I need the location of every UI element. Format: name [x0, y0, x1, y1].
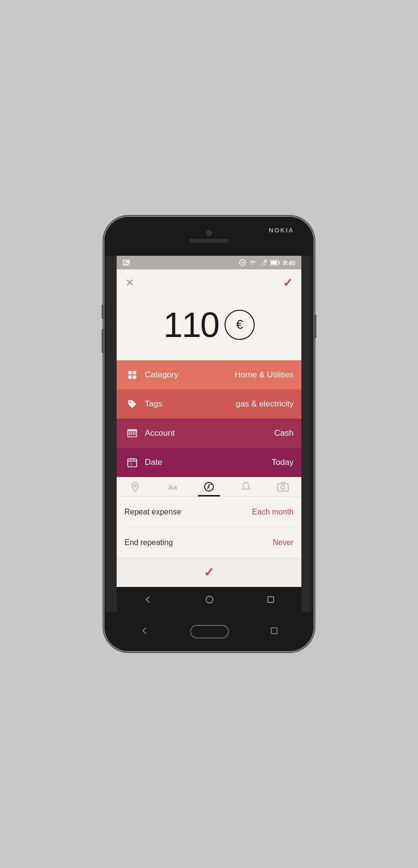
status-left	[122, 259, 130, 266]
svg-rect-23	[128, 430, 137, 431]
svg-rect-36	[271, 628, 277, 634]
tabs-section: Aa	[117, 477, 301, 497]
repeat-expense-row[interactable]: Repeat expense Each month	[124, 497, 294, 528]
svg-rect-15	[128, 375, 132, 379]
note-icon: Aa	[167, 481, 177, 492]
svg-rect-14	[133, 371, 136, 374]
account-label: Account	[145, 428, 274, 438]
svg-rect-22	[135, 431, 136, 435]
phone-top-hardware: NOKIA	[104, 217, 314, 256]
svg-rect-19	[129, 431, 130, 435]
currency-symbol: €	[236, 317, 243, 332]
back-button[interactable]	[143, 595, 153, 604]
phone-device: NOKIA	[104, 217, 314, 651]
end-repeating-label: End repeating	[124, 538, 173, 547]
confirm-button-top[interactable]: ✓	[283, 276, 293, 290]
volume-down-button[interactable]	[102, 329, 104, 353]
svg-rect-5	[261, 263, 262, 266]
svg-rect-12	[271, 261, 277, 265]
status-right: 9:40	[239, 259, 296, 266]
svg-rect-27	[130, 458, 131, 461]
bottom-home-pill[interactable]	[190, 625, 229, 638]
tab-camera[interactable]	[264, 481, 301, 496]
svg-rect-20	[131, 431, 132, 435]
tags-icon	[124, 396, 140, 412]
tab-note[interactable]: Aa	[154, 481, 191, 496]
date-row[interactable]: 3 Date Today	[117, 448, 301, 477]
confirm-bar: ✓	[117, 558, 301, 587]
svg-rect-21	[133, 431, 134, 435]
date-icon: 3	[124, 455, 140, 470]
category-row[interactable]: Category Home & Utilities	[117, 360, 301, 390]
account-icon	[124, 425, 140, 441]
repeat-expense-value: Each month	[252, 508, 294, 516]
repeat-section: Repeat expense Each month End repeating …	[117, 497, 301, 558]
amount-section: 110 €	[117, 294, 301, 360]
category-icon	[124, 367, 140, 383]
tab-location[interactable]	[117, 481, 154, 496]
bottom-back-button[interactable]	[139, 626, 149, 638]
volume-up-button[interactable]	[102, 304, 104, 319]
date-value: Today	[272, 458, 294, 467]
tags-label: Tags	[145, 399, 236, 409]
confirm-button-bottom[interactable]: ✓	[204, 565, 214, 580]
clock: 9:40	[283, 259, 296, 266]
repeat-expense-label: Repeat expense	[124, 508, 181, 516]
close-button[interactable]: ✕	[125, 277, 134, 289]
svg-rect-13	[128, 371, 132, 374]
speaker-hardware	[190, 239, 228, 243]
currency-selector[interactable]: €	[225, 310, 255, 340]
tags-value: gas & electricity	[236, 399, 294, 409]
tab-repeat[interactable]	[191, 481, 227, 496]
top-nav: ✕ ✓	[117, 269, 301, 294]
recents-button[interactable]	[266, 595, 275, 604]
date-label: Date	[145, 458, 272, 467]
svg-point-17	[130, 402, 131, 403]
wifi-icon	[249, 260, 257, 266]
repeat-icon	[203, 481, 215, 493]
android-nav-bar	[117, 587, 301, 612]
svg-rect-16	[133, 375, 136, 379]
svg-point-1	[124, 261, 126, 263]
power-button[interactable]	[314, 314, 316, 338]
reminder-icon	[241, 481, 251, 492]
svg-point-29	[134, 484, 137, 487]
svg-rect-35	[268, 597, 274, 602]
svg-point-33	[281, 485, 285, 489]
svg-rect-28	[133, 458, 134, 461]
tab-reminder[interactable]	[227, 481, 264, 496]
account-row[interactable]: Account Cash	[117, 419, 301, 448]
dnd-icon	[239, 259, 246, 266]
bottom-recents-button[interactable]	[270, 626, 279, 638]
battery-icon	[270, 260, 280, 266]
end-repeating-value: Never	[273, 538, 294, 547]
status-bar: 9:40	[117, 256, 301, 269]
amount-value: 110	[163, 305, 219, 345]
svg-rect-11	[279, 262, 279, 264]
signal-icon	[260, 259, 267, 266]
svg-rect-4	[260, 264, 261, 266]
svg-text:3: 3	[130, 462, 132, 466]
phone-bottom-hardware	[104, 612, 314, 651]
svg-point-34	[206, 596, 213, 603]
camera-icon	[277, 481, 289, 492]
brand-label: NOKIA	[269, 227, 294, 234]
phone-screen: 9:40 ✕ ✓ 110 €	[117, 256, 301, 612]
location-icon	[130, 481, 140, 492]
category-value: Home & Utilities	[235, 370, 294, 380]
fields-section: Category Home & Utilities Tags gas & ele…	[117, 360, 301, 477]
tags-row[interactable]: Tags gas & electricity	[117, 390, 301, 419]
svg-text:Aa: Aa	[168, 483, 177, 491]
account-value: Cash	[274, 428, 294, 438]
app-content: ✕ ✓ 110 €	[117, 269, 301, 612]
category-label: Category	[145, 370, 235, 380]
image-icon	[122, 259, 130, 266]
camera-hardware	[206, 230, 212, 236]
svg-rect-24	[128, 459, 137, 467]
end-repeating-row[interactable]: End repeating Never	[124, 528, 294, 558]
home-button[interactable]	[205, 595, 214, 604]
